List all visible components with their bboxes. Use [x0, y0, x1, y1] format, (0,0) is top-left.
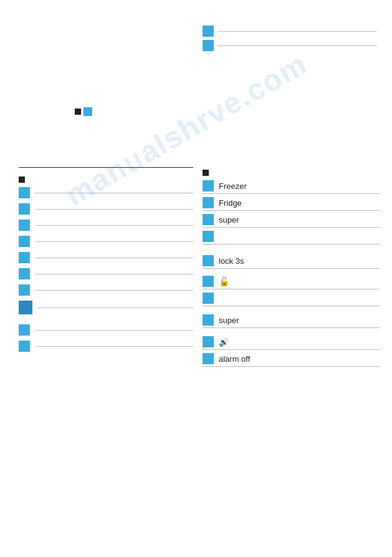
list-item: [19, 337, 193, 354]
blue-square-icon: [203, 255, 214, 266]
empty-item-2: [203, 289, 380, 306]
blue-square-icon: [19, 203, 30, 215]
blue-square-icon: [19, 220, 30, 231]
list-item: [19, 321, 193, 337]
top-right-row-2: [203, 38, 377, 52]
list-item: [19, 184, 193, 200]
blue-square-icon: [203, 336, 214, 347]
blue-square-icon: [203, 276, 214, 287]
blue-square-icon: [19, 252, 30, 263]
super-item-2: super: [203, 311, 380, 327]
black-square-marker-right: [203, 170, 209, 176]
left-list: [19, 184, 193, 354]
blue-square-icon: [19, 236, 30, 247]
page: manualshrve.com: [0, 0, 392, 557]
blue-square-icon: [19, 187, 30, 198]
section-divider-left: [19, 167, 193, 168]
lock-icon-item: 🔓: [203, 273, 380, 289]
list-item: [19, 233, 193, 249]
list-item: [19, 200, 193, 216]
blue-square-icon: [203, 293, 214, 304]
list-item: [19, 298, 193, 316]
blue-square-icon: [203, 214, 214, 225]
lock-symbol: 🔓: [219, 276, 229, 286]
black-square-icon: [75, 109, 81, 115]
blue-square-icon: [203, 197, 214, 208]
blue-square-icon-sm: [84, 107, 92, 116]
empty-item: [203, 228, 380, 244]
speaker-item: 🔊: [203, 333, 380, 349]
blue-square-icon: [19, 341, 30, 352]
header-icons: [75, 107, 92, 116]
alarm-off-label: alarm off: [219, 354, 250, 364]
blue-square-icon: [19, 284, 30, 296]
alarm-off-item: alarm off: [203, 350, 380, 366]
super-item-1: super: [203, 211, 380, 227]
blue-square-icon: [203, 231, 214, 242]
blue-square-icon-tr2: [203, 40, 214, 51]
black-square-marker: [19, 177, 25, 183]
fridge-label: Fridge: [219, 198, 242, 208]
freezer-item: Freezer: [203, 177, 380, 193]
list-item: [19, 249, 193, 265]
blue-square-icon: [19, 324, 30, 336]
freezer-label: Freezer: [219, 182, 247, 191]
speaker-symbol: 🔊: [219, 337, 229, 347]
blue-square-icon: [203, 180, 214, 191]
list-item: [19, 265, 193, 281]
blue-square-icon-tr1: [203, 26, 214, 37]
list-item: [19, 216, 193, 233]
list-item: [19, 281, 193, 298]
divider: [203, 366, 380, 367]
lock-3s-item: lock 3s: [203, 252, 380, 268]
blue-square-icon: [203, 353, 214, 364]
super-label-1: super: [219, 215, 239, 225]
blue-square-icon: [203, 314, 214, 326]
right-section-marker: [203, 167, 380, 177]
top-right-row-1: [203, 24, 377, 38]
lock-3s-label: lock 3s: [219, 256, 244, 266]
blue-square-icon: [19, 268, 30, 279]
super-label-2: super: [219, 316, 239, 325]
section-marker-left: [19, 174, 193, 184]
fridge-item: Fridge: [203, 194, 380, 210]
blue-square-icon-large: [19, 301, 32, 314]
